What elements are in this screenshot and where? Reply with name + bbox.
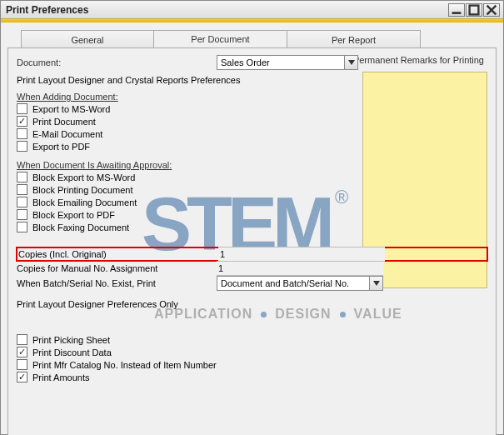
chevron-down-icon <box>369 277 382 290</box>
document-dropdown-value: Sales Order <box>221 58 270 68</box>
copies-incl-original-label: Copies (Incl. Original) <box>18 249 218 259</box>
document-dropdown[interactable]: Sales Order <box>217 55 358 70</box>
label-block-pdf: Block Export to PDF <box>32 210 115 220</box>
tab-per-document[interactable]: Per Document <box>154 30 287 48</box>
checkbox-export-word[interactable] <box>17 103 27 114</box>
chevron-down-icon <box>344 56 357 69</box>
tab-bar: General Per Document Per Report <box>21 29 497 48</box>
checkbox-discount-data[interactable] <box>17 347 27 358</box>
label-block-email: Block Emailing Document <box>32 198 137 208</box>
copies-manual-input[interactable]: 1 <box>217 261 383 276</box>
section-pld-crystal-label: Print Layout Designer and Crystal Report… <box>17 75 487 85</box>
maximize-button[interactable] <box>466 3 482 17</box>
svg-rect-1 <box>470 5 479 14</box>
tab-per-report[interactable]: Per Report <box>287 30 421 48</box>
section-adding-title: When Adding Document: <box>17 92 487 102</box>
label-print-amounts: Print Amounts <box>32 372 89 382</box>
label-export-word: Export to MS-Word <box>32 104 110 114</box>
label-export-pdf: Export to PDF <box>32 142 90 152</box>
per-document-panel: STEM® APPLICATION DESIGN VALUE Permanent… <box>7 48 497 435</box>
copies-incl-original-row: Copies (Incl. Original) 1 <box>16 247 488 262</box>
checkbox-email-document[interactable] <box>17 128 27 139</box>
label-mfr-catalog: Print Mfr Catalog No. Instead of Item Nu… <box>32 360 217 370</box>
tab-general[interactable]: General <box>21 30 154 48</box>
svg-marker-5 <box>373 281 380 286</box>
batch-serial-value: Document and Batch/Serial No. <box>221 278 349 288</box>
label-discount-data: Print Discount Data <box>32 348 112 358</box>
copies-incl-original-input[interactable]: 1 <box>218 247 385 262</box>
window-title: Print Preferences <box>6 4 448 16</box>
batch-serial-dropdown[interactable]: Document and Batch/Serial No. <box>217 276 383 291</box>
checkbox-print-amounts[interactable] <box>17 372 27 382</box>
label-print-document: Print Document <box>32 117 96 127</box>
label-block-print: Block Printing Document <box>32 185 132 195</box>
copies-manual-label: Copies for Manual No. Assignment <box>17 263 217 273</box>
close-button[interactable] <box>483 3 500 17</box>
checkbox-mfr-catalog[interactable] <box>17 359 27 370</box>
checkbox-block-print[interactable] <box>17 184 27 195</box>
checkbox-block-email[interactable] <box>17 197 27 208</box>
checkbox-export-pdf[interactable] <box>17 141 27 152</box>
section-pld-only-label: Print Layout Designer Preferences Only <box>17 299 487 309</box>
batch-serial-label: When Batch/Serial No. Exist, Print <box>17 278 217 288</box>
label-picking-sheet: Print Picking Sheet <box>32 335 110 345</box>
document-label: Document: <box>17 58 217 68</box>
checkbox-picking-sheet[interactable] <box>17 334 27 345</box>
label-email-document: E-Mail Document <box>32 129 102 139</box>
checkbox-block-word[interactable] <box>17 172 27 182</box>
checkbox-print-document[interactable] <box>17 116 27 127</box>
section-awaiting-title: When Document Is Awaiting Approval: <box>17 160 487 170</box>
titlebar: Print Preferences <box>1 1 503 19</box>
minimize-button[interactable] <box>448 3 465 17</box>
checkbox-block-pdf[interactable] <box>17 209 27 220</box>
print-preferences-window: Print Preferences General Per Document P… <box>0 0 504 435</box>
checkbox-block-fax[interactable] <box>17 222 27 232</box>
svg-marker-4 <box>348 60 355 65</box>
label-block-fax: Block Faxing Document <box>32 222 129 232</box>
label-block-word: Block Export to MS-Word <box>32 172 135 182</box>
